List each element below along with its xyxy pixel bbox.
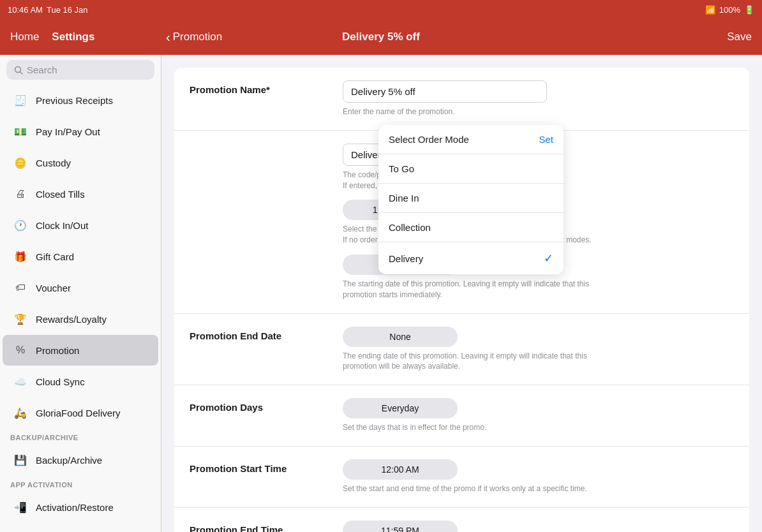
form-row-end-time: Promotion End Time 11:59 PM Set the star…: [174, 508, 749, 532]
sidebar-item-cloud-sync[interactable]: ☁️ Cloud Sync: [3, 366, 158, 397]
search-icon: [14, 66, 23, 75]
status-date: Tue 16 Jan: [47, 5, 88, 15]
status-time: 10:46 AM: [8, 5, 43, 15]
backup-icon: 💾: [13, 452, 28, 468]
voucher-icon: 🏷: [13, 280, 28, 295]
end-time-button[interactable]: 11:59 PM: [343, 521, 458, 532]
days-button[interactable]: Everyday: [343, 398, 458, 418]
sidebar-item-voucher[interactable]: 🏷 Voucher: [3, 272, 158, 303]
sidebar-label-backup-archive: Backup/Archive: [36, 455, 102, 466]
dropdown-item-dine-in-label: Dine In: [389, 193, 419, 203]
battery-icon: 🔋: [744, 5, 754, 15]
form-row-end-date: Promotion End Date None The ending date …: [174, 314, 749, 386]
sidebar-label-clock-in-out: Clock In/Out: [36, 220, 89, 231]
gift-icon: 🎁: [13, 249, 28, 264]
dropdown-item-collection-label: Collection: [389, 222, 431, 233]
start-date-helper: The starting date of this promotion. Lea…: [343, 279, 611, 300]
battery-percent: 100%: [719, 5, 740, 15]
section-backup-archive: BACKUP/ARCHIVE: [0, 429, 161, 444]
dropdown-header: Select Order Mode Set: [378, 125, 564, 154]
pay-icon: 💵: [13, 124, 28, 139]
tills-icon: 🖨: [13, 186, 28, 202]
order-mode-dropdown: Select Order Mode Set To Go Dine In Coll…: [378, 125, 564, 274]
status-bar-left: 10:46 AM Tue 16 Jan: [8, 5, 88, 15]
start-time-label: Promotion Start Time: [190, 459, 330, 474]
sidebar-label-custody: Custody: [36, 158, 71, 168]
sidebar-label-pay-in-out: Pay In/Pay Out: [36, 126, 100, 137]
sidebar-item-previous-receipts[interactable]: 🧾 Previous Receipts: [3, 85, 158, 115]
days-label: Promotion Days: [190, 398, 330, 413]
start-time-helper: Set the start and end time of the promo …: [343, 484, 611, 494]
nav-home-button[interactable]: Home: [10, 31, 39, 43]
svg-line-1: [20, 71, 23, 74]
end-time-field: 11:59 PM Set the start and end time of t…: [343, 521, 734, 532]
status-bar-right: 📶 100% 🔋: [691, 5, 754, 15]
sidebar-item-closed-tills[interactable]: 🖨 Closed Tills: [3, 179, 158, 209]
section-app-activation: APP ACTIVATION: [0, 476, 161, 491]
end-date-helper: The ending date of this promotion. Leavi…: [343, 351, 611, 373]
start-time-field: 12:00 AM Set the start and end time of t…: [343, 459, 734, 494]
sidebar-label-activation-restore: Activation/Restore: [36, 502, 114, 513]
sidebar: Search 🧾 Previous Receipts 💵 Pay In/Pay …: [0, 55, 161, 532]
dropdown-title: Select Order Mode: [389, 134, 469, 145]
search-placeholder: Search: [27, 64, 57, 75]
rewards-icon: 🏆: [13, 311, 28, 327]
dropdown-item-collection[interactable]: Collection: [378, 213, 564, 242]
form-row-days: Promotion Days Everyday Set the days tha…: [174, 385, 749, 447]
sidebar-label-rewards-loyalty: Rewards/Loyalty: [36, 314, 107, 325]
dropdown-item-togo-label: To Go: [389, 163, 414, 174]
end-time-label: Promotion End Time: [190, 521, 330, 532]
nav-title: Delivery 5% off: [342, 31, 420, 43]
sidebar-label-promotion: Promotion: [36, 345, 79, 356]
days-field: Everyday Set the days that is in effect …: [343, 398, 734, 433]
days-helper: Set the days that is in effect for the p…: [343, 422, 611, 433]
sidebar-label-previous-receipts: Previous Receipts: [36, 95, 113, 106]
nav-save-button[interactable]: Save: [727, 31, 752, 43]
promotion-name-helper: Enter the name of the promotion.: [343, 107, 611, 117]
sidebar-label-voucher: Voucher: [36, 283, 71, 293]
sidebar-item-pay-in-out[interactable]: 💵 Pay In/Pay Out: [3, 116, 158, 147]
sidebar-label-gloriafood-delivery: GloriaFood Delivery: [36, 408, 121, 418]
form-row-promotion-name: Promotion Name* Enter the name of the pr…: [174, 68, 749, 131]
dropdown-item-delivery-label: Delivery: [389, 253, 423, 264]
promotion-icon: %: [13, 343, 28, 358]
content-area: Promotion Name* Enter the name of the pr…: [161, 55, 762, 532]
dropdown-item-delivery[interactable]: Delivery ✓: [378, 242, 564, 274]
promotion-name-input[interactable]: [343, 80, 547, 103]
promotion-name-label: Promotion Name*: [190, 80, 330, 95]
dropdown-item-dine-in[interactable]: Dine In: [378, 184, 564, 213]
clock-icon: 🕐: [13, 218, 28, 233]
gloriafood-icon: 🛵: [13, 405, 28, 420]
sidebar-label-closed-tills: Closed Tills: [36, 189, 85, 200]
dropdown-set-button[interactable]: Set: [539, 134, 553, 145]
sidebar-item-custody[interactable]: 🪙 Custody: [3, 147, 158, 178]
main-layout: Search 🧾 Previous Receipts 💵 Pay In/Pay …: [0, 55, 762, 532]
delivery-checkmark-icon: ✓: [544, 251, 553, 265]
sidebar-label-gift-card: Gift Card: [36, 251, 74, 262]
start-time-button[interactable]: 12:00 AM: [343, 459, 458, 480]
wifi-icon: [691, 6, 701, 13]
custody-icon: 🪙: [13, 155, 28, 170]
nav-back-label: Promotion: [173, 31, 222, 43]
cloud-icon: ☁️: [13, 374, 28, 389]
nav-back-button[interactable]: ‹ Promotion: [166, 30, 222, 45]
sidebar-item-backup-archive[interactable]: 💾 Backup/Archive: [3, 445, 158, 475]
search-bar[interactable]: Search: [6, 60, 154, 80]
sidebar-item-clock-in-out[interactable]: 🕐 Clock In/Out: [3, 210, 158, 240]
end-date-field: None The ending date of this promotion. …: [343, 327, 734, 373]
sidebar-item-gloriafood-delivery[interactable]: 🛵 GloriaFood Delivery: [3, 397, 158, 428]
nav-bar: Home Settings ‹ Promotion Delivery 5% of…: [0, 19, 762, 55]
back-chevron-icon: ‹: [166, 30, 170, 45]
dropdown-item-togo[interactable]: To Go: [378, 154, 564, 184]
nav-settings-label: Settings: [52, 31, 94, 43]
end-date-button[interactable]: None: [343, 327, 458, 347]
wifi-symbol: 📶: [705, 5, 715, 15]
sidebar-item-rewards-loyalty[interactable]: 🏆 Rewards/Loyalty: [3, 304, 158, 334]
end-date-label: Promotion End Date: [190, 327, 330, 341]
sidebar-item-activation-restore[interactable]: 📲 Activation/Restore: [3, 492, 158, 522]
activation-icon: 📲: [13, 499, 28, 515]
sidebar-item-gift-card[interactable]: 🎁 Gift Card: [3, 241, 158, 272]
sidebar-label-cloud-sync: Cloud Sync: [36, 376, 85, 387]
sidebar-item-promotion[interactable]: % Promotion: [3, 335, 158, 366]
status-bar: 10:46 AM Tue 16 Jan 📶 100% 🔋: [0, 0, 762, 19]
